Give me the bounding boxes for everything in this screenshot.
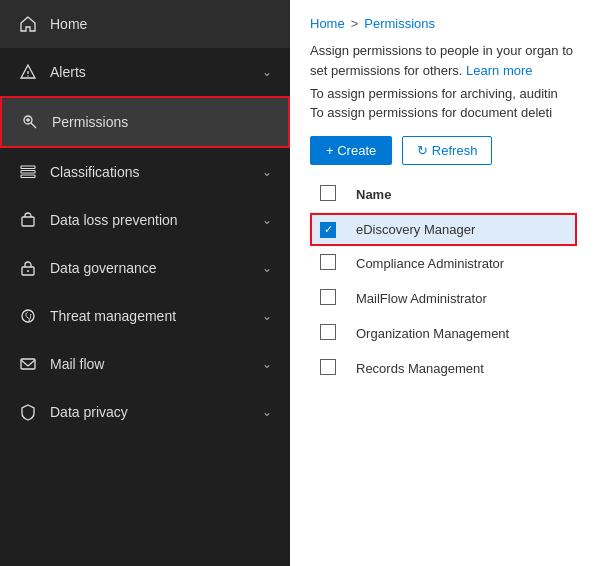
table-row[interactable]: ✓eDiscovery Manager (310, 213, 577, 246)
permissions-icon (20, 112, 40, 132)
description-1: Assign permissions to people in your org… (310, 41, 577, 80)
sidebar-item-threat-management[interactable]: Threat management ⌄ (0, 292, 290, 340)
chevron-down-icon: ⌄ (262, 357, 272, 371)
header-checkbox-cell (310, 177, 346, 213)
svg-rect-10 (21, 359, 35, 369)
sidebar-item-classifications[interactable]: Classifications ⌄ (0, 148, 290, 196)
classifications-icon (18, 162, 38, 182)
svg-rect-6 (22, 217, 34, 226)
table-row[interactable]: Records Management (310, 351, 577, 386)
toolbar: + Create ↻ Refresh (310, 136, 577, 165)
description-2: To assign permissions for archiving, aud… (310, 86, 577, 101)
table-header-row: Name (310, 177, 577, 213)
permissions-table: Name ✓eDiscovery ManagerCompliance Admin… (310, 177, 577, 386)
sidebar-item-permissions[interactable]: Permissions (0, 96, 290, 148)
sidebar-item-data-privacy[interactable]: Data privacy ⌄ (0, 388, 290, 436)
dlp-icon (18, 210, 38, 230)
select-all-checkbox[interactable] (320, 185, 336, 201)
row-checkbox-cell (310, 246, 346, 281)
sidebar-item-mail-flow[interactable]: Mail flow ⌄ (0, 340, 290, 388)
sidebar-item-home-label: Home (50, 16, 272, 32)
sidebar-item-data-governance[interactable]: Data governance ⌄ (0, 244, 290, 292)
row-name: Records Management (346, 351, 577, 386)
table-row[interactable]: Organization Management (310, 316, 577, 351)
chevron-down-icon: ⌄ (262, 261, 272, 275)
main-content: Home > Permissions Assign permissions to… (290, 0, 597, 566)
sidebar-item-mail-flow-label: Mail flow (50, 356, 250, 372)
chevron-down-icon: ⌄ (262, 405, 272, 419)
chevron-down-icon: ⌄ (262, 65, 272, 79)
chevron-down-icon: ⌄ (262, 165, 272, 179)
row-checkbox[interactable] (320, 359, 336, 375)
breadcrumb-home[interactable]: Home (310, 16, 345, 31)
row-checkbox-cell (310, 281, 346, 316)
create-button[interactable]: + Create (310, 136, 392, 165)
threat-icon (18, 306, 38, 326)
sidebar-item-data-governance-label: Data governance (50, 260, 250, 276)
row-checkbox[interactable] (320, 324, 336, 340)
col-header-name: Name (346, 177, 577, 213)
svg-point-8 (27, 270, 29, 272)
sidebar-item-alerts[interactable]: Alerts ⌄ (0, 48, 290, 96)
breadcrumb-separator: > (351, 16, 359, 31)
sidebar-item-threat-management-label: Threat management (50, 308, 250, 324)
svg-point-9 (22, 310, 34, 322)
row-checkbox[interactable] (320, 289, 336, 305)
row-name: eDiscovery Manager (346, 213, 577, 246)
sidebar-item-alerts-label: Alerts (50, 64, 250, 80)
svg-point-1 (27, 75, 28, 76)
privacy-icon (18, 402, 38, 422)
svg-rect-5 (21, 175, 35, 178)
row-name: MailFlow Administrator (346, 281, 577, 316)
sidebar-item-dlp-label: Data loss prevention (50, 212, 250, 228)
sidebar-item-dlp[interactable]: Data loss prevention ⌄ (0, 196, 290, 244)
table-row[interactable]: MailFlow Administrator (310, 281, 577, 316)
table-row[interactable]: Compliance Administrator (310, 246, 577, 281)
svg-rect-4 (21, 171, 35, 174)
learn-more-link[interactable]: Learn more (466, 63, 532, 78)
row-name: Compliance Administrator (346, 246, 577, 281)
row-checkbox[interactable]: ✓ (320, 222, 336, 238)
row-name: Organization Management (346, 316, 577, 351)
table-body: ✓eDiscovery ManagerCompliance Administra… (310, 213, 577, 386)
sidebar-item-permissions-label: Permissions (52, 114, 270, 130)
chevron-down-icon: ⌄ (262, 213, 272, 227)
mail-icon (18, 354, 38, 374)
row-checkbox-cell (310, 351, 346, 386)
home-icon (18, 14, 38, 34)
description-3: To assign permissions for document delet… (310, 105, 577, 120)
sidebar-item-home[interactable]: Home (0, 0, 290, 48)
row-checkbox-cell: ✓ (310, 213, 346, 246)
sidebar: ‹ Home Alerts ⌄ Permis (0, 0, 290, 566)
breadcrumb-current: Permissions (364, 16, 435, 31)
lock-icon (18, 258, 38, 278)
breadcrumb: Home > Permissions (310, 16, 577, 31)
refresh-button[interactable]: ↻ Refresh (402, 136, 492, 165)
sidebar-item-data-privacy-label: Data privacy (50, 404, 250, 420)
row-checkbox-cell (310, 316, 346, 351)
svg-rect-3 (21, 166, 35, 169)
alert-icon (18, 62, 38, 82)
chevron-down-icon: ⌄ (262, 309, 272, 323)
row-checkbox[interactable] (320, 254, 336, 270)
sidebar-item-classifications-label: Classifications (50, 164, 250, 180)
